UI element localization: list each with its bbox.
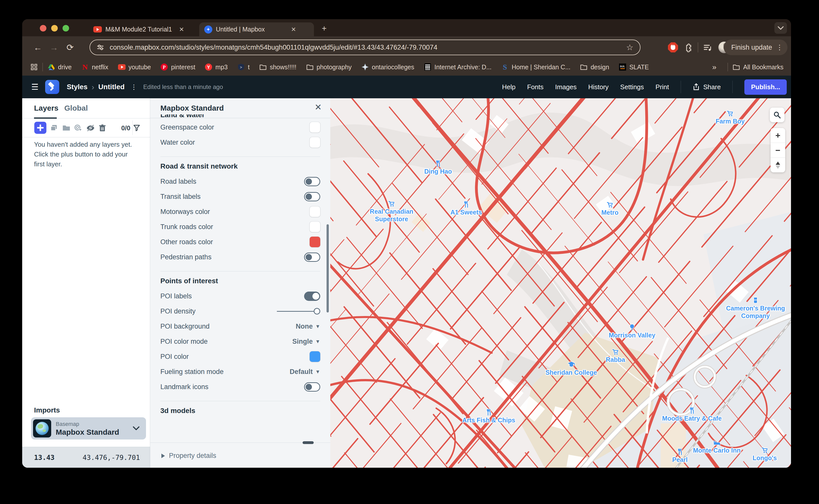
tab-mapbox[interactable]: Untitled | Mapbox ✕ (199, 22, 314, 36)
poi-longo-s[interactable]: Longo's (753, 446, 777, 462)
poi-rabba[interactable]: Rabba (606, 348, 625, 363)
toggle-off[interactable] (304, 177, 320, 186)
apps-grid-icon[interactable] (30, 63, 38, 71)
bookmark-youtube[interactable]: youtube (118, 63, 151, 71)
toggle-off[interactable] (304, 382, 320, 392)
reload-button[interactable]: ⟳ (62, 42, 78, 52)
breadcrumb-style-name[interactable]: Untitled (98, 83, 125, 91)
bookmark-slate[interactable]: D2LSLATE (619, 63, 649, 71)
bookmark-shows-[interactable]: shows!!!!! (259, 63, 296, 71)
toggle-off[interactable] (304, 253, 320, 262)
forward-button[interactable]: → (46, 43, 62, 52)
poi-monte-carlo-inn[interactable]: Monte Carlo Inn (693, 438, 741, 454)
bookmark-netflix[interactable]: Nnetflix (81, 63, 108, 71)
color-swatch[interactable] (310, 122, 320, 133)
bookmark-mp3[interactable]: Ymp3 (205, 63, 228, 71)
address-bar[interactable]: console.mapbox.com/studio/styles/monatgn… (89, 40, 641, 55)
close-panel-icon[interactable]: ✕ (315, 103, 322, 111)
breadcrumb-styles[interactable]: Styles (67, 83, 88, 91)
adblock-extension-icon[interactable] (668, 42, 678, 52)
poi-pearl[interactable]: Pearl (672, 448, 688, 463)
finish-update-button[interactable]: Finish update ⋮ (724, 40, 787, 55)
poi-sheridan-college[interactable]: Sheridan College (546, 361, 597, 376)
bookmark-ontariocolleges[interactable]: ontariocolleges (361, 63, 414, 71)
close-window-button[interactable] (40, 25, 46, 31)
bookmark-photography[interactable]: photography (306, 63, 352, 71)
url-text[interactable]: console.mapbox.com/studio/styles/monatgn… (110, 44, 621, 51)
dropdown[interactable]: None▼ (296, 323, 320, 330)
menu-hamburger-icon[interactable]: ☰ (31, 82, 39, 92)
bookmark-drive[interactable]: drive (47, 63, 72, 71)
color-swatch[interactable] (310, 222, 320, 232)
studio-nav-history[interactable]: History (588, 83, 609, 91)
hide-layer-eye-off-icon[interactable] (86, 123, 95, 133)
back-button[interactable]: ← (30, 43, 46, 52)
bookmark-pinterest[interactable]: Ppinterest (160, 63, 195, 71)
dropdown[interactable]: Single▼ (292, 338, 320, 345)
group-folder-icon[interactable] (62, 123, 71, 133)
bookmark-label: t (248, 64, 250, 71)
color-swatch[interactable] (310, 206, 320, 217)
style-options-kebab-icon[interactable]: ⋮ (131, 85, 137, 89)
maximize-window-button[interactable] (63, 25, 69, 31)
tab-youtube[interactable]: M&M Module2 Tutorial1 - You ✕ (88, 22, 189, 36)
tab-close-icon[interactable]: ✕ (291, 26, 296, 33)
studio-nav-print[interactable]: Print (656, 83, 669, 91)
poi-morrison-valley[interactable]: Morrison Valley (609, 323, 655, 339)
tab-layers[interactable]: Layers (34, 104, 58, 112)
poi-moods-eatry-cafe[interactable]: Moods Eatry & Cafe (662, 406, 722, 422)
select-target-icon[interactable] (73, 123, 82, 133)
share-button[interactable]: Share (693, 83, 721, 91)
duplicate-layer-icon[interactable] (49, 123, 58, 133)
tab-global[interactable]: Global (64, 104, 88, 112)
studio-nav-settings[interactable]: Settings (620, 83, 644, 91)
poi-cameron-s-brewing-company[interactable]: Cameron's Brewing Company (726, 296, 785, 320)
map-canvas[interactable]: Farm BoyDing HaoReal Canadian Superstore… (330, 98, 791, 468)
poi-arts-fish-chips[interactable]: Arts Fish & Chips (463, 408, 516, 424)
publish-button[interactable]: Publish... (744, 79, 787, 95)
bookmark-star-icon[interactable]: ☆ (626, 43, 633, 52)
bookmark-home-sheridan-c-[interactable]: SHome | Sheridan C... (501, 63, 570, 71)
filter-funnel-icon[interactable] (133, 124, 140, 132)
panel-scrollbar[interactable] (326, 224, 329, 312)
dropdown[interactable]: Default▼ (290, 368, 320, 376)
tab-close-icon[interactable]: ✕ (179, 26, 184, 33)
toggle-off[interactable] (304, 192, 320, 201)
poi-metro[interactable]: Metro (601, 201, 619, 216)
all-bookmarks-button[interactable]: All Bookmarks (733, 63, 783, 71)
poi-ding-hao[interactable]: Ding Hao (425, 160, 452, 175)
poi-a1-sweets[interactable]: A1 Sweets (450, 200, 482, 216)
chevron-down-icon[interactable] (133, 426, 139, 430)
basemap-import-card[interactable]: Basemap Mapbox Standard (31, 417, 146, 439)
extensions-puzzle-icon[interactable] (684, 43, 693, 52)
studio-nav-images[interactable]: Images (555, 83, 577, 91)
color-swatch[interactable] (310, 137, 320, 148)
map-search-button[interactable] (770, 108, 784, 122)
bookmark-design[interactable]: design (580, 63, 609, 71)
minimize-window-button[interactable] (51, 25, 58, 31)
color-swatch[interactable] (310, 237, 320, 247)
site-settings-icon[interactable] (97, 44, 104, 51)
density-slider[interactable] (277, 307, 320, 315)
delete-layer-trash-icon[interactable] (98, 123, 107, 133)
poi-real-canadian-superstore[interactable]: Real Canadian Superstore (370, 200, 413, 223)
toggle-on[interactable] (304, 292, 320, 301)
zoom-in-button[interactable]: + (771, 128, 785, 143)
zoom-out-button[interactable]: − (771, 143, 785, 157)
slider-knob[interactable] (314, 308, 320, 314)
bookmark-internet-archive-d-[interactable]: Internet Archive: D... (424, 63, 492, 71)
pitch-toggle-button[interactable] (771, 157, 785, 172)
browser-menu-icon[interactable]: ⋮ (776, 45, 783, 50)
new-tab-button[interactable]: + (322, 24, 326, 33)
add-layer-button[interactable] (34, 122, 46, 134)
bookmark-t[interactable]: >t (237, 63, 250, 71)
studio-nav-help[interactable]: Help (502, 83, 516, 91)
studio-nav-fonts[interactable]: Fonts (527, 83, 544, 91)
poi-farm-boy[interactable]: Farm Boy (716, 109, 745, 125)
bookmarks-overflow-button[interactable]: » (712, 63, 717, 71)
property-details-row[interactable]: Property details (150, 443, 330, 468)
color-swatch[interactable] (310, 351, 320, 362)
tab-search-button[interactable] (774, 22, 787, 34)
studio-toolbar: ☰ Styles › Untitled ⋮ Edited less than a… (22, 76, 791, 98)
playlist-extension-icon[interactable] (703, 43, 712, 52)
